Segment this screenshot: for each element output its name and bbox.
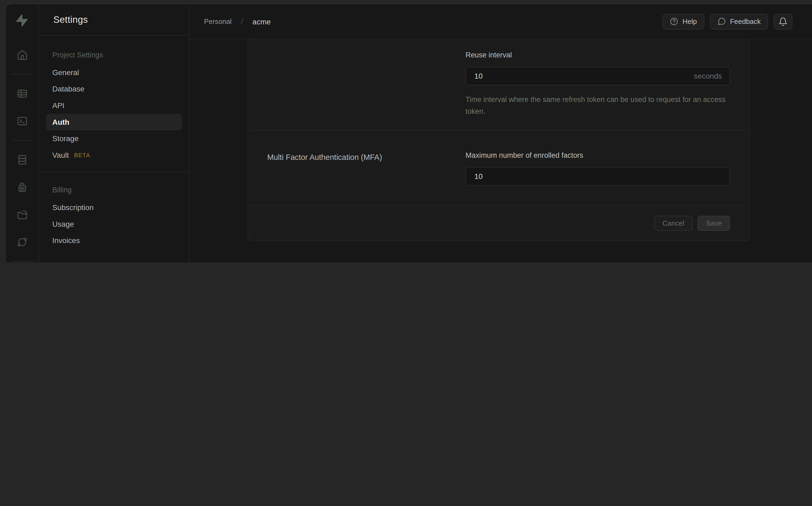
supabase-logo[interactable] [12,10,32,31]
help-circle-icon [670,17,678,26]
breadcrumb-org[interactable]: Personal [204,18,232,25]
sidebar-item-storage[interactable]: Storage [40,131,189,147]
mfa-field-label: Maximum number of enrolled factors [466,151,730,159]
sidebar-item-api[interactable]: API [40,97,189,114]
database-icon[interactable] [12,150,32,170]
section-header-project-settings: Project Settings [40,51,189,64]
section-header-billing: Billing [40,186,189,199]
mfa-section-label: Multi Factor Authentication (MFA) [267,151,466,186]
rail-nav [11,45,33,262]
sidebar-item-vault[interactable]: Vault BETA [40,147,189,164]
sidebar-item-general[interactable]: General [40,64,189,81]
screen: Settings Project Settings General Databa… [0,0,812,262]
auth-tokens-panel: Reuse interval seconds Time interval whe… [247,39,750,241]
speech-bubble-icon [717,17,726,26]
feedback-button[interactable]: Feedback [710,14,768,29]
storage-icon[interactable] [12,204,32,225]
rail-divider [11,140,33,141]
bell-icon [779,17,788,26]
reuse-interval-unit: seconds [694,67,722,85]
top-bar: Personal / acme Help Fe [190,4,812,39]
rail-divider [11,261,33,262]
breadcrumb: Personal / acme [204,17,271,26]
mfa-input[interactable] [466,167,730,186]
sidebar-item-invoices[interactable]: Invoices [40,232,189,249]
settings-sidebar-body: Project Settings General Database API Au… [40,36,189,249]
settings-sidebar-header: Settings [40,4,189,36]
breadcrumb-project[interactable]: acme [252,17,271,26]
sql-editor-icon[interactable] [12,111,32,132]
cancel-button[interactable]: Cancel [654,216,692,231]
icon-rail [6,4,39,262]
page-title: Settings [54,14,88,25]
app-window: Settings Project Settings General Databa… [5,3,812,262]
sidebar-item-database[interactable]: Database [40,81,189,97]
mfa-input-wrap [466,167,730,186]
sidebar-item-auth[interactable]: Auth [46,114,182,131]
sidebar-divider [40,172,189,172]
content-scroll-area[interactable]: Reuse interval seconds Time interval whe… [190,39,812,262]
settings-sidebar: Settings Project Settings General Databa… [40,4,190,262]
beta-badge: BETA [74,152,90,158]
save-button[interactable]: Save [697,216,730,231]
content-column: Reuse interval seconds Time interval whe… [247,39,750,262]
home-icon[interactable] [12,45,32,65]
notifications-button[interactable] [773,14,792,29]
topbar-actions: Help Feedback [662,14,792,29]
auth-icon[interactable] [12,177,32,198]
reuse-interval-input[interactable] [466,67,730,85]
reuse-interval-input-wrap: seconds [466,67,730,85]
breadcrumb-separator: / [241,17,243,26]
sidebar-item-usage[interactable]: Usage [40,216,189,232]
edge-functions-icon[interactable] [12,232,32,252]
main-area: Personal / acme Help Fe [190,4,812,262]
reuse-interval-label: Reuse interval [466,51,730,59]
mfa-row: Multi Factor Authentication (MFA) Maximu… [248,131,749,186]
rail-divider [11,74,33,75]
sidebar-item-subscription[interactable]: Subscription [40,199,189,216]
mfa-field: Maximum number of enrolled factors [466,151,730,186]
reuse-interval-description: Time interval where the same refresh tok… [466,94,730,117]
help-button[interactable]: Help [662,14,704,29]
table-editor-icon[interactable] [12,83,32,104]
reuse-interval-row: Reuse interval seconds Time interval whe… [248,39,749,117]
auth-panel-footer: Cancel Save [248,205,749,241]
